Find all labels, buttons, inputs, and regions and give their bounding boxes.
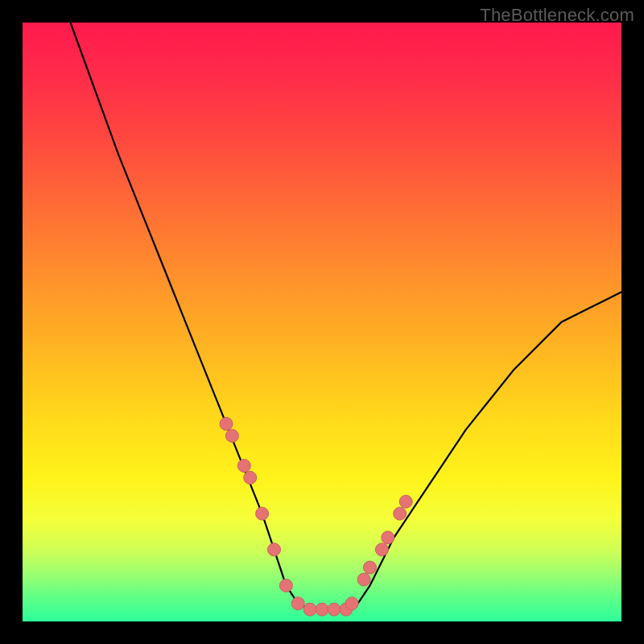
data-point xyxy=(268,543,281,556)
data-point xyxy=(382,531,394,544)
data-point xyxy=(328,603,341,616)
data-point xyxy=(291,597,304,610)
watermark-text: TheBottleneck.com xyxy=(480,5,634,26)
data-point xyxy=(399,495,412,508)
data-point xyxy=(394,507,407,520)
data-point xyxy=(237,460,250,473)
data-point xyxy=(279,579,292,592)
plot-area xyxy=(23,23,621,621)
data-point xyxy=(244,471,257,484)
data-point xyxy=(303,603,316,616)
data-point xyxy=(375,543,388,556)
data-point xyxy=(364,561,377,574)
data-point xyxy=(225,429,238,442)
data-point xyxy=(316,603,328,616)
data-point xyxy=(220,418,233,431)
data-point xyxy=(256,507,269,520)
data-point xyxy=(357,573,370,586)
chart-frame: TheBottleneck.com xyxy=(0,0,644,644)
data-points-layer xyxy=(23,23,621,621)
data-point xyxy=(345,597,358,610)
